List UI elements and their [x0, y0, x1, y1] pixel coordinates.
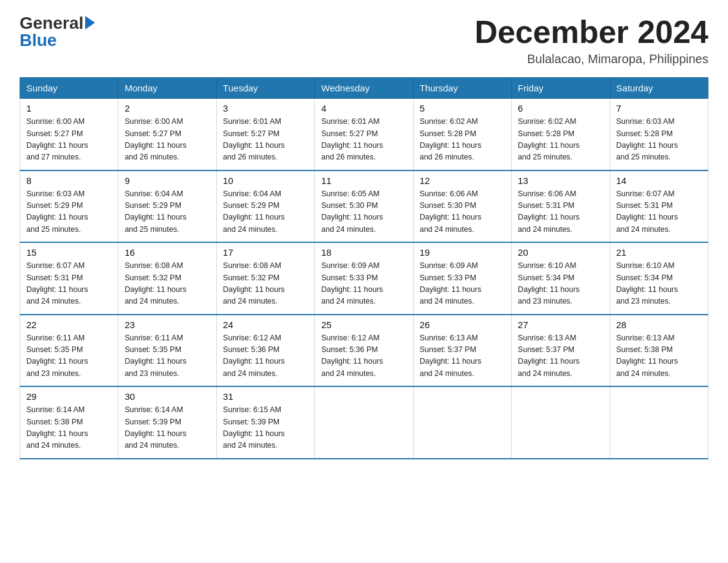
location-subtitle: Bulalacao, Mimaropa, Philippines — [474, 52, 708, 66]
calendar-cell: 18Sunrise: 6:09 AMSunset: 5:33 PMDayligh… — [315, 242, 413, 315]
day-info: Sunrise: 6:00 AMSunset: 5:27 PMDaylight:… — [26, 116, 112, 164]
day-info: Sunrise: 6:12 AMSunset: 5:36 PMDaylight:… — [321, 332, 406, 380]
day-info: Sunrise: 6:05 AMSunset: 5:30 PMDaylight:… — [321, 188, 406, 236]
calendar-cell: 21Sunrise: 6:10 AMSunset: 5:34 PMDayligh… — [610, 242, 708, 315]
day-info: Sunrise: 6:01 AMSunset: 5:27 PMDaylight:… — [223, 116, 308, 164]
day-number: 10 — [223, 175, 308, 186]
calendar-cell: 28Sunrise: 6:13 AMSunset: 5:38 PMDayligh… — [610, 315, 708, 387]
calendar-table: SundayMondayTuesdayWednesdayThursdayFrid… — [20, 77, 708, 459]
day-info: Sunrise: 6:14 AMSunset: 5:38 PMDaylight:… — [26, 404, 112, 452]
calendar-cell: 27Sunrise: 6:13 AMSunset: 5:37 PMDayligh… — [512, 315, 610, 387]
day-number: 13 — [518, 175, 603, 186]
day-number: 1 — [26, 103, 112, 113]
day-number: 24 — [223, 320, 308, 330]
calendar-cell — [315, 386, 413, 459]
day-number: 4 — [321, 103, 406, 113]
weekday-header-friday: Friday — [512, 78, 610, 99]
logo-line2: Blue — [20, 32, 95, 49]
weekday-header-monday: Monday — [118, 78, 216, 99]
calendar-cell: 3Sunrise: 6:01 AMSunset: 5:27 PMDaylight… — [216, 99, 314, 170]
calendar-cell: 7Sunrise: 6:03 AMSunset: 5:28 PMDaylight… — [610, 99, 708, 170]
day-info: Sunrise: 6:12 AMSunset: 5:36 PMDaylight:… — [223, 332, 308, 380]
calendar-week-row: 15Sunrise: 6:07 AMSunset: 5:31 PMDayligh… — [20, 242, 708, 315]
day-number: 20 — [518, 247, 603, 258]
day-info: Sunrise: 6:09 AMSunset: 5:33 PMDaylight:… — [321, 260, 406, 308]
day-info: Sunrise: 6:11 AMSunset: 5:35 PMDaylight:… — [26, 332, 112, 380]
day-number: 21 — [616, 247, 702, 258]
day-info: Sunrise: 6:07 AMSunset: 5:31 PMDaylight:… — [616, 188, 702, 236]
day-number: 26 — [420, 320, 505, 330]
calendar-cell: 4Sunrise: 6:01 AMSunset: 5:27 PMDaylight… — [315, 99, 413, 170]
day-number: 12 — [420, 175, 505, 186]
calendar-cell — [512, 386, 610, 459]
day-info: Sunrise: 6:08 AMSunset: 5:32 PMDaylight:… — [124, 260, 210, 308]
calendar-cell: 22Sunrise: 6:11 AMSunset: 5:35 PMDayligh… — [20, 315, 118, 387]
logo-line1: General — [20, 15, 95, 32]
calendar-week-row: 22Sunrise: 6:11 AMSunset: 5:35 PMDayligh… — [20, 315, 708, 387]
calendar-cell: 26Sunrise: 6:13 AMSunset: 5:37 PMDayligh… — [413, 315, 511, 387]
day-number: 30 — [124, 391, 210, 402]
month-title: December 2024 — [474, 15, 708, 50]
calendar-week-row: 1Sunrise: 6:00 AMSunset: 5:27 PMDaylight… — [20, 99, 708, 170]
calendar-cell: 16Sunrise: 6:08 AMSunset: 5:32 PMDayligh… — [118, 242, 216, 315]
day-number: 23 — [124, 320, 210, 330]
day-info: Sunrise: 6:13 AMSunset: 5:37 PMDaylight:… — [420, 332, 505, 380]
calendar-cell: 20Sunrise: 6:10 AMSunset: 5:34 PMDayligh… — [512, 242, 610, 315]
day-info: Sunrise: 6:15 AMSunset: 5:39 PMDaylight:… — [223, 404, 308, 452]
calendar-cell: 31Sunrise: 6:15 AMSunset: 5:39 PMDayligh… — [216, 386, 314, 459]
logo-arrow-icon — [85, 16, 95, 29]
day-info: Sunrise: 6:14 AMSunset: 5:39 PMDaylight:… — [124, 404, 210, 452]
day-info: Sunrise: 6:06 AMSunset: 5:30 PMDaylight:… — [420, 188, 505, 236]
day-info: Sunrise: 6:07 AMSunset: 5:31 PMDaylight:… — [26, 260, 112, 308]
calendar-cell: 24Sunrise: 6:12 AMSunset: 5:36 PMDayligh… — [216, 315, 314, 387]
weekday-header-row: SundayMondayTuesdayWednesdayThursdayFrid… — [20, 78, 708, 99]
day-info: Sunrise: 6:08 AMSunset: 5:32 PMDaylight:… — [223, 260, 308, 308]
day-number: 14 — [616, 175, 702, 186]
calendar-cell: 14Sunrise: 6:07 AMSunset: 5:31 PMDayligh… — [610, 170, 708, 243]
day-number: 25 — [321, 320, 406, 330]
calendar-cell: 13Sunrise: 6:06 AMSunset: 5:31 PMDayligh… — [512, 170, 610, 243]
day-number: 16 — [124, 247, 210, 258]
calendar-cell: 17Sunrise: 6:08 AMSunset: 5:32 PMDayligh… — [216, 242, 314, 315]
calendar-cell: 11Sunrise: 6:05 AMSunset: 5:30 PMDayligh… — [315, 170, 413, 243]
page-header: General Blue December 2024 Bulalacao, Mi… — [20, 15, 708, 66]
title-section: December 2024 Bulalacao, Mimaropa, Phili… — [474, 15, 708, 66]
day-number: 22 — [26, 320, 112, 330]
day-info: Sunrise: 6:04 AMSunset: 5:29 PMDaylight:… — [124, 188, 210, 236]
calendar-cell: 19Sunrise: 6:09 AMSunset: 5:33 PMDayligh… — [413, 242, 511, 315]
day-info: Sunrise: 6:03 AMSunset: 5:28 PMDaylight:… — [616, 116, 702, 164]
calendar-week-row: 29Sunrise: 6:14 AMSunset: 5:38 PMDayligh… — [20, 386, 708, 459]
calendar-cell: 29Sunrise: 6:14 AMSunset: 5:38 PMDayligh… — [20, 386, 118, 459]
day-info: Sunrise: 6:10 AMSunset: 5:34 PMDaylight:… — [518, 260, 603, 308]
calendar-cell: 25Sunrise: 6:12 AMSunset: 5:36 PMDayligh… — [315, 315, 413, 387]
calendar-cell: 8Sunrise: 6:03 AMSunset: 5:29 PMDaylight… — [20, 170, 118, 243]
calendar-cell: 10Sunrise: 6:04 AMSunset: 5:29 PMDayligh… — [216, 170, 314, 243]
calendar-week-row: 8Sunrise: 6:03 AMSunset: 5:29 PMDaylight… — [20, 170, 708, 243]
calendar-cell: 1Sunrise: 6:00 AMSunset: 5:27 PMDaylight… — [20, 99, 118, 170]
day-number: 17 — [223, 247, 308, 258]
calendar-cell: 15Sunrise: 6:07 AMSunset: 5:31 PMDayligh… — [20, 242, 118, 315]
day-info: Sunrise: 6:02 AMSunset: 5:28 PMDaylight:… — [518, 116, 603, 164]
day-info: Sunrise: 6:09 AMSunset: 5:33 PMDaylight:… — [420, 260, 505, 308]
day-info: Sunrise: 6:06 AMSunset: 5:31 PMDaylight:… — [518, 188, 603, 236]
day-number: 9 — [124, 175, 210, 186]
calendar-body: 1Sunrise: 6:00 AMSunset: 5:27 PMDaylight… — [20, 99, 708, 459]
calendar-cell: 30Sunrise: 6:14 AMSunset: 5:39 PMDayligh… — [118, 386, 216, 459]
day-number: 3 — [223, 103, 308, 113]
calendar-cell: 9Sunrise: 6:04 AMSunset: 5:29 PMDaylight… — [118, 170, 216, 243]
day-number: 15 — [26, 247, 112, 258]
day-info: Sunrise: 6:04 AMSunset: 5:29 PMDaylight:… — [223, 188, 308, 236]
weekday-header-wednesday: Wednesday — [315, 78, 413, 99]
day-info: Sunrise: 6:02 AMSunset: 5:28 PMDaylight:… — [420, 116, 505, 164]
calendar-cell: 23Sunrise: 6:11 AMSunset: 5:35 PMDayligh… — [118, 315, 216, 387]
day-info: Sunrise: 6:13 AMSunset: 5:38 PMDaylight:… — [616, 332, 702, 380]
day-number: 31 — [223, 391, 308, 402]
logo-blue-text: Blue — [20, 31, 57, 50]
day-info: Sunrise: 6:03 AMSunset: 5:29 PMDaylight:… — [26, 188, 112, 236]
calendar-cell — [413, 386, 511, 459]
day-info: Sunrise: 6:11 AMSunset: 5:35 PMDaylight:… — [124, 332, 210, 380]
weekday-header-tuesday: Tuesday — [216, 78, 314, 99]
day-number: 2 — [124, 103, 210, 113]
calendar-cell — [610, 386, 708, 459]
calendar-header: SundayMondayTuesdayWednesdayThursdayFrid… — [20, 78, 708, 99]
